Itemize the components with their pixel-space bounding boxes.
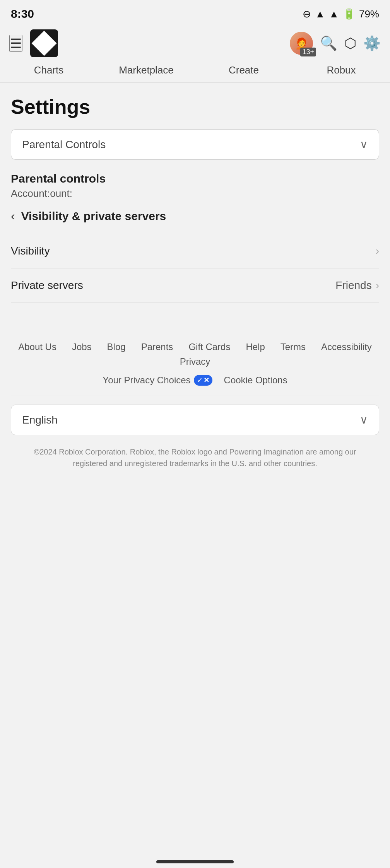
visibility-label: Visibility (11, 245, 50, 257)
status-icons: ⊖ ▲ ▲ 🔋 79% (303, 8, 379, 20)
language-chevron-icon: ∨ (360, 413, 368, 426)
privacy-choices-icon: ✓ ✕ (194, 375, 212, 386)
hamburger-menu-button[interactable]: ☰ (9, 35, 22, 52)
cookie-options-link[interactable]: Cookie Options (224, 375, 287, 386)
footer-link-help[interactable]: Help (246, 342, 265, 352)
footer-link-jobs[interactable]: Jobs (72, 342, 92, 352)
battery-icon: 🔋 (343, 8, 355, 20)
footer-links: About Us Jobs Blog Parents Gift Cards He… (11, 342, 379, 367)
status-bar: 8:30 ⊖ ▲ ▲ 🔋 79% (0, 0, 390, 26)
footer-link-terms[interactable]: Terms (281, 342, 306, 352)
settings-button[interactable]: ⚙️ (363, 35, 381, 51)
footer-link-privacy[interactable]: Privacy (180, 356, 210, 367)
back-row[interactable]: ‹ Visibility & private servers (11, 209, 379, 223)
language-value: English (22, 414, 58, 426)
privacy-choices-text: Your Privacy Choices (103, 375, 190, 386)
privacy-choices-container[interactable]: Your Privacy Choices ✓ ✕ (103, 375, 212, 386)
visibility-list-item[interactable]: Visibility › (11, 234, 379, 268)
roblox-logo-diamond (31, 31, 56, 56)
x-icon: ✕ (204, 376, 209, 384)
tab-charts[interactable]: Charts (0, 60, 98, 82)
back-label: Visibility & private servers (21, 210, 166, 223)
tab-charts-label: Charts (34, 64, 64, 76)
account-label: Account:ount: (11, 188, 379, 200)
footer: About Us Jobs Blog Parents Gift Cards He… (0, 326, 390, 496)
private-servers-value-text: Friends (335, 279, 371, 292)
footer-link-blog[interactable]: Blog (107, 342, 126, 352)
footer-link-about-us[interactable]: About Us (18, 342, 56, 352)
nav-left: ☰ (9, 29, 58, 57)
signal-icon: ▲ (329, 8, 339, 20)
chevron-right-icon: › (376, 245, 379, 257)
tab-marketplace-label: Marketplace (119, 64, 174, 76)
battery-text: 79% (359, 8, 379, 20)
wifi-icon: ▲ (315, 8, 325, 20)
chevron-right-icon-2: › (376, 279, 379, 292)
back-arrow-icon: ‹ (11, 209, 15, 223)
block-icon: ⬡ (344, 35, 356, 51)
chevron-down-icon: ∨ (360, 138, 368, 151)
private-servers-value: Friends › (335, 279, 379, 292)
footer-link-parents[interactable]: Parents (141, 342, 173, 352)
visibility-value: › (376, 245, 379, 257)
search-button[interactable]: 🔍 (320, 35, 337, 51)
tab-create[interactable]: Create (195, 60, 292, 82)
home-indicator (156, 860, 234, 863)
private-servers-label: Private servers (11, 279, 83, 292)
block-button[interactable]: ⬡ (344, 35, 356, 51)
status-time: 8:30 (11, 7, 34, 21)
main-content: Settings Parental Controls ∨ Parental co… (0, 83, 390, 303)
top-nav-bar: ☰ 🧑‍🦰 13+ 🔍 ⬡ ⚙️ (0, 26, 390, 60)
tab-robux-label: Robux (327, 64, 356, 76)
gear-icon: ⚙️ (363, 35, 381, 51)
footer-divider (11, 395, 379, 395)
private-servers-list-item[interactable]: Private servers Friends › (11, 268, 379, 303)
footer-copyright: ©2024 Roblox Corporation. Roblox, the Ro… (11, 446, 379, 485)
footer-privacy-row: Your Privacy Choices ✓ ✕ Cookie Options (11, 375, 379, 386)
footer-link-gift-cards[interactable]: Gift Cards (188, 342, 230, 352)
page-title: Settings (11, 95, 379, 118)
age-badge: 13+ (300, 48, 316, 56)
tab-marketplace[interactable]: Marketplace (98, 60, 195, 82)
tab-create-label: Create (229, 64, 259, 76)
parental-controls-dropdown[interactable]: Parental Controls ∨ (11, 129, 379, 160)
dnd-icon: ⊖ (303, 8, 311, 20)
search-icon: 🔍 (320, 35, 337, 51)
footer-link-accessibility[interactable]: Accessibility (321, 342, 372, 352)
roblox-logo[interactable] (30, 29, 58, 57)
parental-controls-title: Parental controls (11, 172, 379, 185)
checkmark-icon: ✓ (197, 376, 203, 384)
nav-tabs: Charts Marketplace Create Robux (0, 60, 390, 83)
language-dropdown[interactable]: English ∨ (11, 405, 379, 435)
nav-right: 🧑‍🦰 13+ 🔍 ⬡ ⚙️ (290, 32, 381, 55)
avatar-wrapper[interactable]: 🧑‍🦰 13+ (290, 32, 313, 55)
tab-robux[interactable]: Robux (292, 60, 390, 82)
dropdown-value: Parental Controls (22, 138, 106, 151)
